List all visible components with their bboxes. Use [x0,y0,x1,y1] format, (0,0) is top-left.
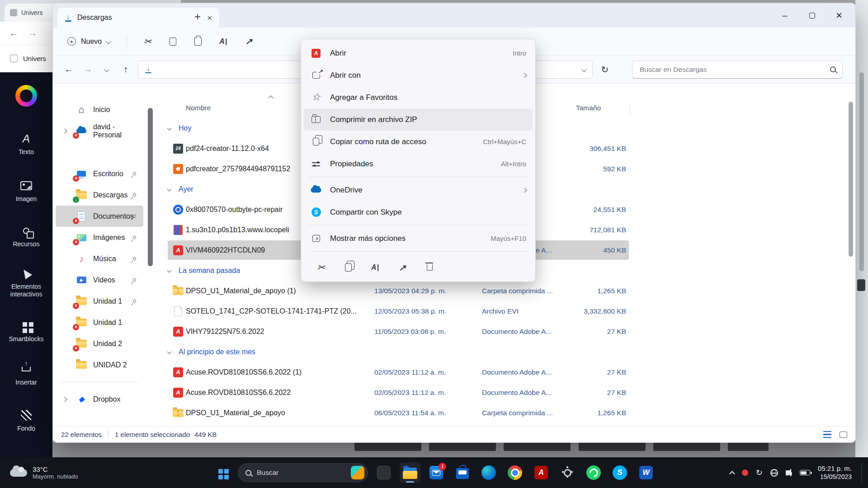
share-button[interactable] [238,32,259,51]
battery-icon[interactable] [800,470,810,475]
address-dropdown-icon[interactable] [581,67,586,72]
nav-item-unidad-2[interactable]: Unidad 2 [56,333,143,354]
nav-item-dropbox[interactable]: Dropbox [56,389,143,410]
taskbar-whatsapp[interactable] [583,462,604,483]
nav-item-unidad-1b[interactable]: Unidad 1 [56,312,143,333]
sidebar-item-insertar[interactable]: Insertar [0,363,52,386]
collapse-chevron-icon[interactable] [167,126,172,131]
column-divider[interactable] [630,102,630,115]
column-header-name[interactable]: Nombre [186,104,211,112]
sidebar-item-elementos-interactivos[interactable]: Elementos interactivos [0,267,52,298]
menu-item-propiedades[interactable]: Propiedades Alt+Intro [304,153,533,175]
nav-item-inicio[interactable]: Inicio [56,99,143,120]
menu-item-copiar-ruta[interactable]: Copiar como ruta de acceso Ctrl+Mayús+C [304,131,533,153]
taskbar-settings[interactable] [557,462,578,483]
nav-item-onedrive-personal[interactable]: david - Personal [56,120,143,141]
start-button[interactable] [212,462,232,483]
explorer-search-box[interactable] [632,61,843,79]
file-list-scrollbar[interactable] [848,85,854,423]
search-input[interactable] [639,65,830,74]
nav-item-documentos[interactable]: Documentos [56,206,143,227]
rename-button[interactable] [213,32,234,51]
expand-chevron-icon[interactable] [62,128,67,133]
nav-item-unidad-1[interactable]: Unidad 1 [56,291,143,312]
file-row[interactable]: SOTELO_1741_C2P-SOTELO-1741-1741-PTZ (20… [156,301,855,321]
sidebar-item-recursos[interactable]: Recursos [0,225,52,248]
nav-scrollbar[interactable] [148,108,153,266]
column-header-size[interactable]: Tamaño [576,104,601,112]
nav-item-descargas[interactable]: Descargas [56,184,143,206]
collapse-chevron-icon[interactable] [167,268,172,273]
cut-button[interactable] [137,32,158,51]
volume-icon[interactable] [786,470,789,475]
menu-item-mostrar-mas-opciones[interactable]: Mostrar más opciones Mayús+F10 [304,227,533,249]
minimize-button[interactable]: – [771,3,798,28]
file-row[interactable]: DPSO_U1_Material_de_apoyo 06/05/2023 11:… [156,403,855,423]
sidebar-item-smartblocks[interactable]: Smartblocks [0,320,52,343]
rename-button[interactable] [366,259,384,276]
nav-item-musica[interactable]: Música [56,248,143,269]
sidebar-item-fondo[interactable]: Fondo [0,409,52,432]
new-tab-button[interactable]: + [189,10,207,23]
copy-button[interactable] [339,259,357,276]
details-view-icon[interactable] [823,431,831,438]
nav-item-unidad-2b[interactable]: UNIDAD 2 [56,354,143,375]
collapse-chevron-icon[interactable] [167,187,172,192]
collapse-chevron-icon[interactable] [167,350,172,354]
taskbar-clock[interactable]: 05:21 p. m. 15/05/2023 [818,464,852,481]
taskbar-search[interactable]: Buscar [238,463,368,482]
nav-item-videos[interactable]: Videos [56,269,143,291]
menu-item-onedrive[interactable]: OneDrive [304,179,533,201]
large-icons-view-icon[interactable] [840,432,847,438]
menu-item-comprimir-zip[interactable]: Comprimir en archivo ZIP [304,108,533,131]
browser-forward-button[interactable]: → [28,28,37,38]
sync-icon[interactable]: ↻ [756,468,763,478]
tray-overflow-chevron-icon[interactable] [729,471,735,477]
taskbar-acrobat[interactable] [531,462,552,483]
menu-item-abrir[interactable]: Abrir Intro [304,42,533,64]
taskbar-mail[interactable]: 1 [426,462,447,483]
paste-button[interactable] [188,32,208,51]
delete-button[interactable] [420,259,439,276]
recent-locations-button[interactable] [97,61,116,79]
taskbar-app-dark[interactable] [373,462,394,483]
menu-item-agregar-favoritos[interactable]: Agregar a Favoritos [304,86,533,108]
cut-button[interactable] [312,259,330,276]
nav-item-imagenes[interactable]: Imágenes [56,227,143,248]
taskbar-skype[interactable] [609,462,630,483]
tab-close-icon[interactable]: × [207,14,212,22]
menu-item-abrir-con[interactable]: Abrir con [304,64,533,86]
genially-logo-icon[interactable] [15,85,37,107]
taskbar-file-explorer[interactable] [400,462,420,483]
share-button[interactable] [393,259,411,276]
refresh-button[interactable]: ↻ [595,61,614,79]
file-row[interactable]: Acuse.ROVD810810SS6.6.2022 02/05/2023 11… [156,382,855,403]
sidebar-item-texto[interactable]: Texto [0,133,52,156]
scrollbar-thumb[interactable] [859,72,864,271]
nav-item-escritorio[interactable]: Escritorio [56,163,143,184]
back-button[interactable]: ← [59,61,78,79]
maximize-button[interactable] [798,3,826,28]
file-row[interactable]: DPSO_U1_Material_de_apoyo (1) 13/05/2023… [156,281,855,301]
expand-chevron-icon[interactable] [62,397,67,402]
taskbar-chrome[interactable] [505,462,525,483]
tray-alert-icon[interactable] [742,469,748,476]
close-button[interactable]: × [826,3,853,28]
taskbar-store[interactable] [452,462,473,483]
taskbar-edge[interactable] [478,462,499,483]
network-icon[interactable] [770,469,778,477]
up-button[interactable]: ↑ [116,61,135,79]
show-desktop-button[interactable] [861,462,863,483]
browser-back-button[interactable]: ← [9,28,18,38]
sidebar-item-imagen[interactable]: Imagen [0,180,52,203]
file-row[interactable]: Acuse.ROVD810810SS6.6.2022 (1) 02/05/202… [156,362,855,382]
scrollbar-thumb[interactable] [849,102,853,257]
taskbar-word[interactable] [636,462,656,483]
new-button[interactable]: Nuevo [61,33,117,50]
taskbar-weather-widget[interactable]: 33°C Mayorm. nublado [6,457,81,488]
file-row[interactable]: VIHY791225N75.6.2022 11/05/2023 03:08 p.… [156,321,855,342]
copy-button[interactable] [162,32,183,51]
group-header-principio-mes[interactable]: Al principio de este mes [156,342,855,362]
menu-item-compartir-skype[interactable]: Compartir con Skype [304,201,533,223]
forward-button[interactable]: → [78,61,97,79]
